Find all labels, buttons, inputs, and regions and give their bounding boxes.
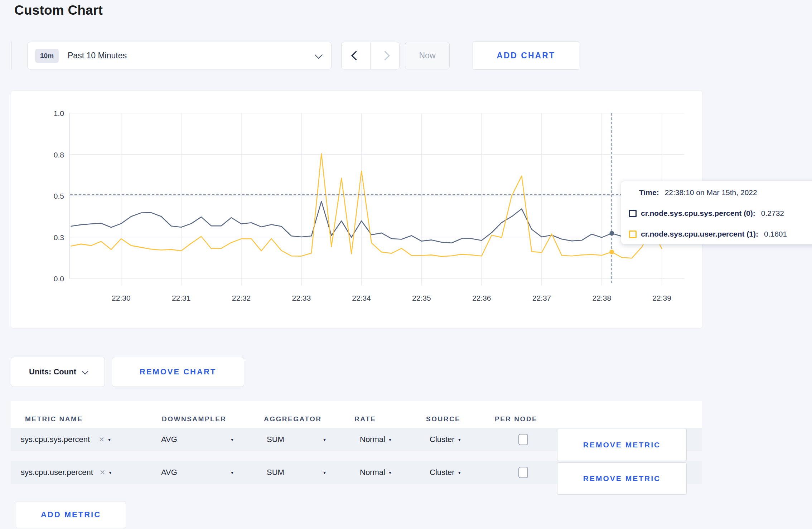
prev-time-button[interactable] [342,42,371,69]
svg-text:22:37: 22:37 [532,294,551,302]
svg-text:22:33: 22:33 [292,294,311,302]
col-source: SOURCE [426,415,460,423]
tooltip-user-name: cr.node.sys.cpu.user.percent (1): [641,230,758,238]
tooltip-sys-name: cr.node.sys.cpu.sys.percent (0): [641,209,755,218]
aggregator-select-row1[interactable]: SUM [267,428,284,451]
remove-chart-button[interactable]: REMOVE CHART [112,357,244,387]
remove-metric-button-row1[interactable]: REMOVE METRIC [557,429,687,461]
rate-value-row1: Normal [360,435,385,444]
svg-text:22:35: 22:35 [412,294,431,302]
caret-down-icon: ▾ [389,470,391,475]
svg-text:22:31: 22:31 [172,294,191,302]
time-range-select[interactable]: 10m Past 10 Minutes [27,42,332,69]
add-chart-button[interactable]: ADD CHART [473,41,579,70]
rate-select-row2[interactable]: Normal ▾ [360,461,391,484]
svg-text:22:38: 22:38 [593,294,612,302]
clear-metric-icon[interactable]: ✕ [100,468,106,477]
remove-metric-button-row2[interactable]: REMOVE METRIC [557,462,687,495]
next-time-button[interactable] [371,42,399,69]
per-node-checkbox-row1[interactable] [518,434,528,445]
chevron-right-icon [380,51,390,60]
time-range-badge: 10m [35,49,59,63]
svg-text:22:34: 22:34 [352,294,371,302]
metric-name-select-row2[interactable]: sys.cpu.user.percent ✕ ▾ [21,461,112,484]
chevron-down-icon [315,50,323,59]
sys-series-swatch-icon [629,210,637,217]
time-nav-group [341,42,400,69]
svg-text:1.0: 1.0 [54,109,64,117]
caret-down-icon: ▾ [109,470,112,475]
aggregator-select-row2[interactable]: SUM [267,461,284,484]
source-value-row2: Cluster [430,468,455,477]
chevron-left-icon [351,51,361,60]
svg-text:22:36: 22:36 [472,294,491,302]
chevron-down-icon [82,368,88,374]
user-series-swatch-icon [629,230,637,238]
clear-metric-icon[interactable]: ✕ [98,435,105,444]
units-label: Units: Count [29,367,76,377]
add-metric-button[interactable]: ADD METRIC [16,501,126,528]
time-range-label: Past 10 Minutes [68,51,127,60]
caret-down-icon[interactable]: ▾ [323,461,326,484]
downsampler-select-row1[interactable]: AVG [161,428,177,451]
svg-text:0.8: 0.8 [54,151,64,159]
svg-text:0.0: 0.0 [54,275,64,283]
caret-down-icon[interactable]: ▾ [231,461,233,484]
metric-name-select-row1[interactable]: sys.cpu.sys.percent ✕ ▾ [21,428,111,451]
col-metric-name: METRIC NAME [25,415,83,423]
downsampler-select-row2[interactable]: AVG [161,461,177,484]
tooltip-time-label: Time: [639,188,659,197]
source-value-row1: Cluster [430,435,455,444]
svg-text:22:30: 22:30 [112,294,131,302]
chart-card: 0.00.30.50.81.022:3022:3122:3222:3322:34… [11,90,702,329]
source-select-row1[interactable]: Cluster ▾ [430,428,461,451]
svg-text:22:39: 22:39 [652,294,671,302]
col-downsampler: DOWNSAMPLER [162,415,227,423]
caret-down-icon: ▾ [108,437,111,442]
col-rate: RATE [354,415,376,423]
per-node-checkbox-row2[interactable] [518,467,528,478]
now-button[interactable]: Now [405,42,450,69]
cpu-percent-chart[interactable]: 0.00.30.50.81.022:3022:3122:3222:3322:34… [11,91,702,328]
caret-down-icon[interactable]: ▾ [323,428,326,451]
toolbar-divider [11,42,11,69]
chart-hover-tooltip: Time: 22:38:10 on Mar 15th, 2022 cr.node… [621,181,812,244]
rate-value-row2: Normal [360,468,385,477]
metric-name-row1: sys.cpu.sys.percent [21,435,90,444]
tooltip-time-value: 22:38:10 on Mar 15th, 2022 [665,188,757,197]
caret-down-icon[interactable]: ▾ [231,428,233,451]
page-title: Custom Chart [14,3,103,18]
svg-text:0.3: 0.3 [54,233,64,242]
svg-text:22:32: 22:32 [232,294,251,302]
rate-select-row1[interactable]: Normal ▾ [360,428,391,451]
caret-down-icon: ▾ [458,470,461,475]
source-select-row2[interactable]: Cluster ▾ [430,461,461,484]
col-per-node: PER NODE [495,415,537,423]
metric-name-row2: sys.cpu.user.percent [21,468,93,477]
svg-text:0.5: 0.5 [54,192,64,200]
col-aggregator: AGGREGATOR [264,415,322,423]
caret-down-icon: ▾ [389,437,391,442]
units-select[interactable]: Units: Count [11,357,105,387]
caret-down-icon: ▾ [458,437,461,442]
tooltip-sys-value: 0.2732 [761,209,784,218]
tooltip-user-value: 0.1601 [764,230,787,238]
